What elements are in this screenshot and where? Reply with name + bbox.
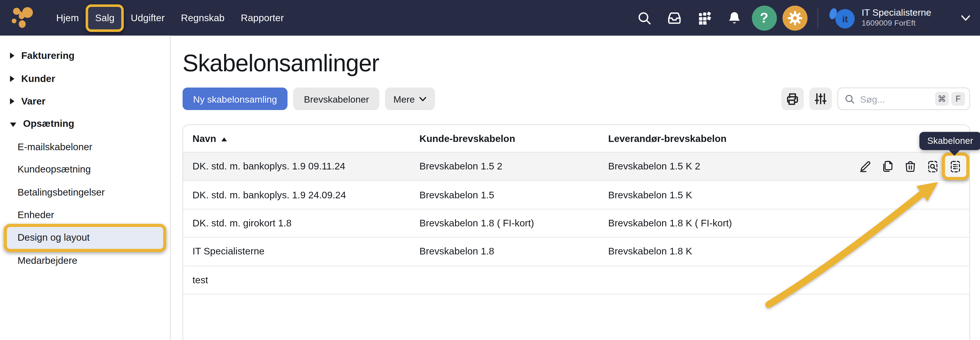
cell-leverandor: Brevskabelon 1.8 K ( FI-kort) <box>608 217 970 229</box>
cell-navn: DK. std. m. girokort 1.8 <box>192 217 419 229</box>
pencil-icon <box>859 160 872 173</box>
inbox-icon[interactable] <box>667 10 682 26</box>
nav-item-salg[interactable]: Salg <box>87 6 123 29</box>
sidebar-item-enheder[interactable]: Enheder <box>6 204 164 227</box>
account-avatar: it <box>827 5 856 30</box>
edit-button[interactable] <box>854 152 877 180</box>
topbar-divider <box>817 7 818 28</box>
cell-kunde: Brevskabelon 1.5 2 <box>419 161 608 172</box>
topbar-right: ? <box>636 0 971 36</box>
f-keycap: F <box>951 92 965 105</box>
sidebar-group-opsaetning[interactable]: Opsætning <box>6 113 164 136</box>
scan-text-templates-icon <box>948 160 962 173</box>
sidebar-item-medarbejdere[interactable]: Medarbejdere <box>6 249 164 272</box>
sidebar-item-emailskabeloner[interactable]: E-mailskabeloner <box>6 135 164 158</box>
search-icon[interactable] <box>636 10 652 26</box>
question-mark-icon: ? <box>760 10 768 26</box>
nav-item-udgifter[interactable]: Udgifter <box>123 6 173 29</box>
trash-icon <box>904 160 917 173</box>
nav-item-rapporter[interactable]: Rapporter <box>232 6 292 29</box>
table-empty-area <box>183 294 969 340</box>
cell-navn: DK. std. m. bankoplys. 1.9 09.11.24 <box>192 161 419 172</box>
cell-kunde: Brevskabelon 1.8 ( FI-kort) <box>419 217 608 229</box>
nav-item-hjem[interactable]: Hjem <box>48 6 87 29</box>
sidebar-item-design-og-layout[interactable]: Design og layout <box>6 227 164 249</box>
account-number: 1609009 ForEft <box>861 19 931 29</box>
nav-item-regnskab[interactable]: Regnskab <box>173 6 232 29</box>
table-row[interactable]: IT Specialisterne Brevskabelon 1.8 Brevs… <box>183 238 969 266</box>
sliders-icon <box>814 92 827 105</box>
svg-text:it: it <box>842 13 848 24</box>
copy-icon <box>881 160 894 173</box>
sidebar: Fakturering Kunder Varer Opsætning E-mai… <box>0 36 171 340</box>
table-header-row: Navn ▲ Kunde-brevskabelon Leverandør-bre… <box>183 125 969 153</box>
filter-columns-button[interactable] <box>810 88 832 110</box>
table-row[interactable]: test <box>183 266 969 294</box>
search-box: ⌘ F <box>838 88 970 110</box>
settings-button[interactable] <box>782 5 807 30</box>
app-viewport: Hjem Salg Udgifter Regnskab Rapporter <box>0 0 980 340</box>
e-conomic-logo-icon[interactable] <box>11 5 34 30</box>
main-nav: Hjem Salg Udgifter Regnskab Rapporter <box>48 6 292 29</box>
column-header-kunde-brevskabelon[interactable]: Kunde-brevskabelon <box>419 133 608 144</box>
sidebar-item-kundeopsaetning[interactable]: Kundeopsætning <box>6 158 164 181</box>
search-input[interactable] <box>860 94 933 104</box>
more-button[interactable]: Mere <box>385 88 435 110</box>
triangle-right-icon <box>10 75 14 82</box>
templates-button[interactable] <box>944 152 966 180</box>
cell-kunde: Brevskabelon 1.8 <box>419 246 608 257</box>
copy-button[interactable] <box>877 152 899 180</box>
chevron-down-icon[interactable] <box>960 13 971 22</box>
column-header-leverandor-brevskabelon[interactable]: Leverandør-brevskabelon <box>608 133 970 144</box>
chevron-down-icon <box>418 96 427 102</box>
table-row[interactable]: DK. std. m. bankoplys. 1.9 09.11.24 Brev… <box>183 153 969 181</box>
delete-button[interactable] <box>899 152 921 180</box>
toolbar-buttons: Ny skabelonsamling Brevskabeloner Mere <box>183 88 435 110</box>
cell-leverandor: Brevskabelon 1.5 K <box>608 189 970 201</box>
account-menu[interactable]: it IT Specialisterne 1609009 ForEft <box>827 5 971 30</box>
template-collections-table: Navn ▲ Kunde-brevskabelon Leverandør-bre… <box>183 125 970 340</box>
triangle-right-icon <box>10 53 14 59</box>
cell-navn: DK. std. m. bankoplys. 1.9 24.09.24 <box>192 189 419 201</box>
help-button[interactable]: ? <box>751 5 776 30</box>
cell-leverandor: Brevskabelon 1.8 K <box>608 246 970 257</box>
cmd-keycap: ⌘ <box>935 92 949 105</box>
account-name: IT Specialisterne <box>861 7 931 19</box>
tooltip-skabeloner: Skabeloner <box>919 132 980 150</box>
sidebar-item-betalingsbetingelser[interactable]: Betalingsbetingelser <box>6 181 164 204</box>
table-row[interactable]: DK. std. m. bankoplys. 1.9 24.09.24 Brev… <box>183 181 969 209</box>
topbar: Hjem Salg Udgifter Regnskab Rapporter <box>0 0 980 36</box>
sort-asc-icon: ▲ <box>220 135 228 142</box>
print-button[interactable] <box>781 88 804 110</box>
sidebar-group-varer[interactable]: Varer <box>6 90 164 113</box>
account-text: IT Specialisterne 1609009 ForEft <box>861 7 931 29</box>
gear-icon <box>787 10 803 26</box>
preview-button[interactable] <box>921 152 944 180</box>
cell-navn: IT Specialisterne <box>192 246 419 257</box>
screenshot-stage: Hjem Salg Udgifter Regnskab Rapporter <box>0 0 980 340</box>
sidebar-group-kunder[interactable]: Kunder <box>6 67 164 90</box>
cell-kunde: Brevskabelon 1.5 <box>419 189 608 201</box>
table-controls: ⌘ F <box>781 88 970 110</box>
new-template-collection-button[interactable]: Ny skabelonsamling <box>183 88 288 110</box>
table-row[interactable]: DK. std. m. girokort 1.8 Brevskabelon 1.… <box>183 209 969 238</box>
column-header-navn[interactable]: Navn ▲ <box>192 133 419 144</box>
scan-search-icon <box>926 160 939 173</box>
notifications-bell-icon[interactable] <box>727 10 741 26</box>
triangle-down-icon <box>10 123 16 127</box>
search-icon <box>845 94 855 104</box>
sidebar-group-fakturering[interactable]: Fakturering <box>6 44 164 67</box>
triangle-right-icon <box>10 98 14 105</box>
printer-icon <box>786 92 799 105</box>
apps-grid-icon[interactable] <box>697 10 712 26</box>
page-title: Skabelonsamlinger <box>183 50 379 77</box>
cell-navn: test <box>192 274 419 286</box>
letter-templates-button[interactable]: Brevskabeloner <box>293 88 380 110</box>
row-actions <box>854 153 966 180</box>
